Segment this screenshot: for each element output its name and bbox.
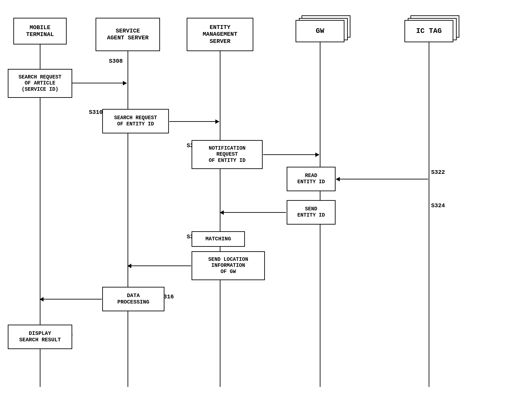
step-s324: S324 xyxy=(431,202,445,209)
actor-ic-tag: IC TAG xyxy=(404,20,453,42)
actor-mobile-terminal: MOBILETERMINAL xyxy=(13,18,67,44)
msg-notification-request: NOTIFICATIONREQUESTOF ENTITY ID xyxy=(192,140,263,169)
actor-entity-mgmt: ENTITYMANAGEMENTSERVER xyxy=(187,18,253,51)
arrow-s314 xyxy=(128,265,191,266)
actor-service-agent: SERVICEAGENT SERVER xyxy=(96,18,160,51)
actor-gw: GW xyxy=(296,20,344,42)
msg-matching: MATCHING xyxy=(192,231,245,247)
arrow-s308 xyxy=(72,83,127,83)
msg-read-entity-id: READENTITY ID xyxy=(287,167,336,191)
lifeline-service-agent xyxy=(128,51,128,387)
arrow-s324 xyxy=(220,212,286,213)
lifeline-ic-tag xyxy=(429,42,429,387)
step-s310: S310 xyxy=(89,109,103,116)
msg-search-request-article: SEARCH REQUESTOF ARTICLE(SERVICE ID) xyxy=(8,69,72,98)
msg-search-request-entity: SEARCH REQUESTOF ENTITY ID xyxy=(102,109,169,133)
lifeline-entity-mgmt xyxy=(220,51,220,387)
sequence-diagram: MOBILETERMINAL SERVICEAGENT SERVER ENTIT… xyxy=(0,0,532,394)
arrow-s316 xyxy=(40,299,102,300)
msg-display-search-result: DISPLAYSEARCH RESULT xyxy=(8,325,72,349)
msg-send-entity-id: SENDENTITY ID xyxy=(287,200,336,225)
arrow-s320 xyxy=(263,154,319,155)
msg-send-location-info: SEND LOCATIONINFORMATIONOF GW xyxy=(192,251,265,280)
step-s322: S322 xyxy=(431,169,445,176)
msg-data-processing: DATAPROCESSING xyxy=(102,287,164,311)
arrow-s310 xyxy=(169,121,219,122)
step-s308: S308 xyxy=(109,58,123,64)
arrow-s322 xyxy=(336,179,428,179)
